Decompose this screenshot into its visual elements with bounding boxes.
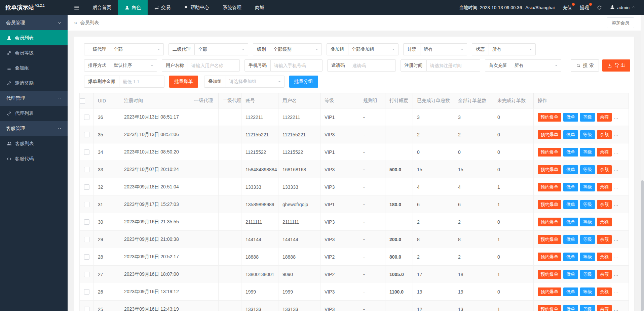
phone-input[interactable] — [270, 59, 323, 72]
balance-button[interactable]: 余额 — [597, 183, 612, 191]
topnav-item-shop[interactable]: 商城 — [248, 0, 271, 15]
level-button[interactable]: 等级 — [580, 113, 595, 122]
batch-group-button[interactable]: 批量分组 — [289, 76, 318, 88]
level-button[interactable]: 等级 — [580, 218, 595, 226]
balance-button[interactable]: 余额 — [597, 287, 612, 296]
balance-button[interactable]: 余额 — [597, 113, 612, 122]
batch-stack-group-select[interactable]: 请选择叠加组 — [226, 76, 285, 88]
level-select[interactable]: 全部级别 — [270, 43, 322, 55]
batch-burst-button[interactable]: 批量爆单 — [169, 76, 198, 88]
search-button[interactable]: 搜 索 — [571, 59, 599, 72]
balance-button[interactable]: 余额 — [597, 270, 612, 279]
stack-group-select[interactable]: 全部叠加组 — [348, 43, 399, 55]
level-button[interactable]: 等级 — [580, 305, 595, 311]
sidebar-item-invite-reward[interactable]: 邀请奖励 — [0, 76, 68, 91]
register-time-input[interactable] — [426, 59, 480, 72]
level-button[interactable]: 等级 — [580, 253, 595, 261]
level-button[interactable]: 等级 — [580, 235, 595, 244]
reserve-burst-button[interactable]: 预约爆单 — [538, 253, 561, 261]
row-more-button[interactable]: ... — [614, 289, 619, 294]
topnav-item-roles[interactable]: 角色 — [118, 0, 148, 15]
make-order-button[interactable]: 做单 — [563, 183, 578, 191]
row-more-button[interactable]: ... — [614, 236, 619, 242]
balance-button[interactable]: 余额 — [597, 130, 612, 139]
make-order-button[interactable]: 做单 — [563, 148, 578, 157]
reserve-burst-button[interactable]: 预约爆单 — [538, 270, 561, 279]
sidebar-item-service-code[interactable]: 客服代码 — [0, 151, 68, 166]
sidebar-group-service-management[interactable]: 客服管理 — [0, 121, 68, 136]
reserve-burst-button[interactable]: 预约爆单 — [538, 305, 561, 311]
row-checkbox[interactable] — [84, 272, 89, 277]
admin-menu[interactable]: admin — [610, 5, 636, 10]
row-more-button[interactable]: ... — [614, 202, 619, 207]
balance-button[interactable]: 余额 — [597, 218, 612, 226]
balance-button[interactable]: 余额 — [597, 200, 612, 209]
row-more-button[interactable]: ... — [614, 271, 619, 277]
reserve-burst-button[interactable]: 预约爆单 — [538, 218, 561, 226]
topnav-item-home[interactable]: 后台首页 — [86, 0, 118, 15]
withdraw-link[interactable]: 提现 — [580, 5, 589, 11]
level-button[interactable]: 等级 — [580, 200, 595, 209]
make-order-button[interactable]: 做单 — [563, 235, 578, 244]
row-checkbox[interactable] — [84, 289, 89, 295]
topnav-item-help-center[interactable]: 帮助中心 — [177, 0, 216, 15]
reserve-burst-button[interactable]: 预约爆单 — [538, 183, 561, 191]
balance-button[interactable]: 余额 — [597, 235, 612, 244]
recharge-link[interactable]: 充值 — [563, 5, 572, 11]
row-more-button[interactable]: ... — [614, 114, 619, 120]
balance-button[interactable]: 余额 — [597, 148, 612, 157]
row-checkbox[interactable] — [84, 115, 89, 120]
ban-select[interactable]: 所有 — [420, 43, 467, 55]
burst-amount-input[interactable] — [119, 76, 164, 88]
row-more-button[interactable]: ... — [614, 132, 619, 137]
reserve-burst-button[interactable]: 预约爆单 — [538, 130, 561, 139]
balance-button[interactable]: 余额 — [597, 253, 612, 261]
row-checkbox[interactable] — [84, 132, 89, 137]
add-member-button[interactable]: 添加会员 — [607, 17, 634, 28]
level-button[interactable]: 等级 — [580, 270, 595, 279]
sidebar-item-stack-group[interactable]: 叠加组 — [0, 60, 68, 76]
row-checkbox[interactable] — [84, 254, 89, 260]
make-order-button[interactable]: 做单 — [563, 200, 578, 209]
balance-button[interactable]: 余额 — [597, 165, 612, 174]
level-button[interactable]: 等级 — [580, 165, 595, 174]
reserve-burst-button[interactable]: 预约爆单 — [538, 235, 561, 244]
make-order-button[interactable]: 做单 — [563, 287, 578, 296]
make-order-button[interactable]: 做单 — [563, 130, 578, 139]
first-recharge-select[interactable]: 所有 — [511, 59, 561, 72]
row-more-button[interactable]: ... — [614, 149, 619, 154]
row-checkbox[interactable] — [84, 237, 89, 242]
row-checkbox[interactable] — [84, 167, 89, 172]
make-order-button[interactable]: 做单 — [563, 253, 578, 261]
sidebar-item-service-list[interactable]: 客服列表 — [0, 136, 68, 151]
reserve-burst-button[interactable]: 预约爆单 — [538, 165, 561, 174]
make-order-button[interactable]: 做单 — [563, 305, 578, 311]
level-button[interactable]: 等级 — [580, 148, 595, 157]
topnav-item-trade[interactable]: 交易 — [148, 0, 177, 15]
level-button[interactable]: 等级 — [580, 183, 595, 191]
row-more-button[interactable]: ... — [614, 219, 619, 224]
sidebar-toggle-button[interactable] — [68, 0, 86, 15]
make-order-button[interactable]: 做单 — [563, 113, 578, 122]
sidebar-group-member-management[interactable]: 会员管理 — [0, 15, 68, 30]
row-checkbox[interactable] — [84, 307, 89, 311]
row-checkbox[interactable] — [84, 219, 89, 225]
make-order-button[interactable]: 做单 — [563, 165, 578, 174]
level-button[interactable]: 等级 — [580, 287, 595, 296]
reserve-burst-button[interactable]: 预约爆单 — [538, 113, 561, 122]
reserve-burst-button[interactable]: 预约爆单 — [538, 148, 561, 157]
level-button[interactable]: 等级 — [580, 130, 595, 139]
row-more-button[interactable]: ... — [614, 306, 619, 311]
row-more-button[interactable]: ... — [614, 254, 619, 259]
row-checkbox[interactable] — [84, 149, 89, 155]
reserve-burst-button[interactable]: 预约爆单 — [538, 287, 561, 296]
username-input[interactable] — [188, 59, 240, 72]
balance-button[interactable]: 余额 — [597, 305, 612, 311]
sidebar-item-agent-list[interactable]: 代理列表 — [0, 106, 68, 121]
row-more-button[interactable]: ... — [614, 184, 619, 189]
scrollbar-thumb[interactable] — [641, 180, 644, 311]
row-more-button[interactable]: ... — [614, 167, 619, 172]
invite-code-input[interactable] — [349, 59, 396, 72]
row-checkbox[interactable] — [84, 202, 89, 207]
row-checkbox[interactable] — [84, 184, 89, 190]
